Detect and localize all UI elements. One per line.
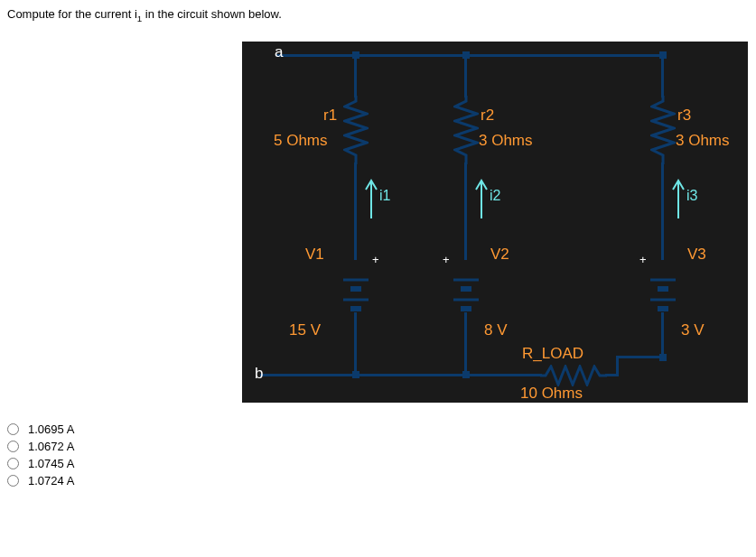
rload-value: 10 Ohms <box>520 385 583 403</box>
wire <box>464 312 467 376</box>
r2-value: 3 Ohms <box>479 132 533 150</box>
r3-value: 3 Ohms <box>676 132 730 150</box>
current-arrow-i2 <box>474 177 489 218</box>
circuit-diagram-wrap: a b r1 5 Ohms r2 3 Ohms r3 3 Ohms i1 i2 … <box>242 42 749 403</box>
i1-label: i1 <box>379 188 390 204</box>
wire <box>616 356 619 376</box>
rload-name: R_LOAD <box>522 345 583 363</box>
wire <box>661 54 664 97</box>
node-a-label: a <box>275 43 283 61</box>
v1-value: 15 V <box>289 321 321 339</box>
wire <box>616 356 664 358</box>
option-2[interactable]: 1.0745 A <box>7 455 749 472</box>
v2-name: V2 <box>490 246 509 264</box>
resistor-r3 <box>650 96 676 164</box>
resistor-r1 <box>343 96 369 164</box>
wire <box>464 54 467 97</box>
r1-name: r1 <box>323 107 337 125</box>
question-text: Compute for the current i1 in the circui… <box>7 7 749 23</box>
option-radio-3[interactable] <box>7 475 19 487</box>
answer-options: 1.0695 A 1.0672 A 1.0745 A 1.0724 A <box>7 421 749 489</box>
current-arrow-i1 <box>364 177 378 218</box>
i3-label: i3 <box>686 188 697 204</box>
option-label-3: 1.0724 A <box>28 474 74 487</box>
option-label-1: 1.0672 A <box>28 440 74 453</box>
v1-plus: + <box>372 253 379 266</box>
option-label-2: 1.0745 A <box>28 457 74 470</box>
v3-plus: + <box>639 253 647 266</box>
v3-name: V3 <box>687 246 706 264</box>
wire <box>354 162 357 260</box>
r2-name: r2 <box>481 107 494 125</box>
wire <box>464 162 467 260</box>
battery-v3 <box>647 273 679 312</box>
option-radio-0[interactable] <box>7 423 19 435</box>
r3-name: r3 <box>677 107 691 125</box>
option-radio-1[interactable] <box>7 441 19 452</box>
wire <box>354 312 357 376</box>
v2-plus: + <box>443 253 450 266</box>
current-arrow-i3 <box>671 177 686 218</box>
wire <box>276 54 663 57</box>
battery-v1 <box>340 273 372 312</box>
option-label-0: 1.0695 A <box>28 422 74 436</box>
node-b-label: b <box>255 365 263 383</box>
wire <box>661 312 664 357</box>
circuit-diagram: a b r1 5 Ohms r2 3 Ohms r3 3 Ohms i1 i2 … <box>242 42 748 403</box>
v2-value: 8 V <box>484 321 508 339</box>
r1-value: 5 Ohms <box>274 132 328 150</box>
i2-label: i2 <box>490 188 500 204</box>
wire <box>260 374 531 376</box>
battery-v2 <box>450 273 482 312</box>
v3-value: 3 V <box>681 321 705 339</box>
v1-name: V1 <box>305 246 324 264</box>
option-3[interactable]: 1.0724 A <box>7 472 749 489</box>
option-1[interactable]: 1.0672 A <box>7 438 749 455</box>
option-radio-2[interactable] <box>7 458 19 469</box>
wire <box>661 162 664 260</box>
wire <box>354 54 357 97</box>
option-0[interactable]: 1.0695 A <box>7 421 749 438</box>
resistor-r2 <box>453 96 479 164</box>
resistor-rload <box>540 365 607 386</box>
